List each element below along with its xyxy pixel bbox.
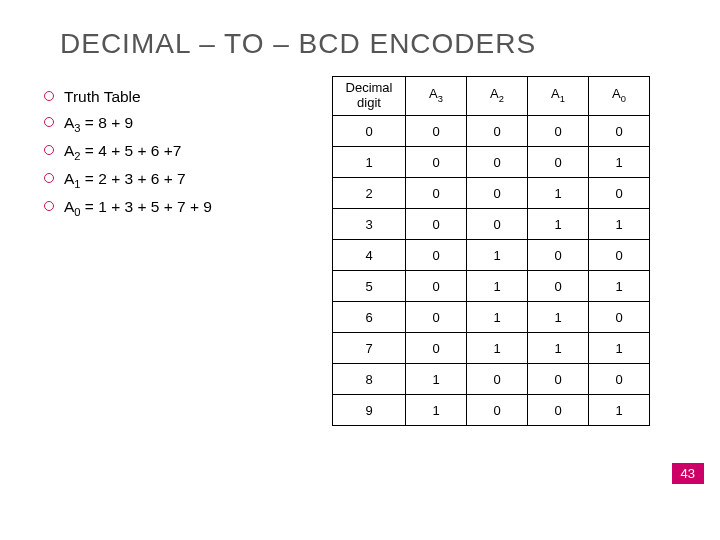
list-item: A1 = 2 + 3 + 6 + 7 <box>40 166 320 194</box>
header-subscript: 1 <box>560 94 565 104</box>
table-cell: 1 <box>333 147 406 178</box>
table-cell: 3 <box>333 209 406 240</box>
table-cell: 1 <box>406 395 467 426</box>
table-cell: 0 <box>467 147 528 178</box>
table-row: 10001 <box>333 147 650 178</box>
page-number-badge: 43 <box>672 463 704 484</box>
table-row: 70111 <box>333 333 650 364</box>
bullet-post: = 1 + 3 + 5 + 7 + 9 <box>81 198 212 215</box>
table-cell: 1 <box>528 209 589 240</box>
table-cell: 0 <box>528 395 589 426</box>
equation-list: Truth TableA3 = 8 + 9A2 = 4 + 5 + 6 +7A1… <box>40 84 320 223</box>
table-cell: 1 <box>467 271 528 302</box>
table-cell: 0 <box>467 116 528 147</box>
bullet-post: = 8 + 9 <box>81 114 134 131</box>
table-cell: 0 <box>406 240 467 271</box>
header-text: A <box>429 86 438 101</box>
list-item: Truth Table <box>40 84 320 110</box>
truth-table: DecimaldigitA3A2A1A0 0000010001200103001… <box>332 76 650 426</box>
table-cell: 9 <box>333 395 406 426</box>
table-row: 91001 <box>333 395 650 426</box>
bullet-pre: A <box>64 142 74 159</box>
table-cell: 0 <box>589 302 650 333</box>
table-cell: 1 <box>589 395 650 426</box>
table-cell: 1 <box>406 364 467 395</box>
table-cell: 4 <box>333 240 406 271</box>
table-cell: 0 <box>406 178 467 209</box>
table-cell: 0 <box>467 364 528 395</box>
table-cell: 0 <box>406 271 467 302</box>
table-cell: 1 <box>528 178 589 209</box>
table-row: 50101 <box>333 271 650 302</box>
table-cell: 0 <box>528 364 589 395</box>
page-title: DECIMAL – TO – BCD ENCODERS <box>60 28 720 60</box>
table-cell: 1 <box>589 209 650 240</box>
bullet-pre: A <box>64 114 74 131</box>
table-cell: 1 <box>589 271 650 302</box>
list-item: A2 = 4 + 5 + 6 +7 <box>40 138 320 166</box>
table-cell: 1 <box>467 240 528 271</box>
content-row: Truth TableA3 = 8 + 9A2 = 4 + 5 + 6 +7A1… <box>0 84 720 426</box>
table-cell: 1 <box>528 333 589 364</box>
table-row: 20010 <box>333 178 650 209</box>
table-cell: 2 <box>333 178 406 209</box>
header-text: A <box>551 86 560 101</box>
bullet-post: = 2 + 3 + 6 + 7 <box>81 170 186 187</box>
bullet-pre: Truth Table <box>64 88 141 105</box>
header-text: digit <box>357 95 381 110</box>
list-item: A3 = 8 + 9 <box>40 110 320 138</box>
table-row: 30011 <box>333 209 650 240</box>
table-header-cell: A2 <box>467 77 528 116</box>
table-cell: 1 <box>589 333 650 364</box>
table-cell: 0 <box>589 364 650 395</box>
header-text: A <box>612 86 621 101</box>
table-cell: 0 <box>406 302 467 333</box>
header-subscript: 3 <box>438 94 443 104</box>
bullet-pre: A <box>64 198 74 215</box>
table-cell: 0 <box>528 240 589 271</box>
table-row: 81000 <box>333 364 650 395</box>
header-text: A <box>490 86 499 101</box>
table-cell: 0 <box>589 240 650 271</box>
table-cell: 1 <box>528 302 589 333</box>
table-cell: 6 <box>333 302 406 333</box>
table-cell: 0 <box>406 209 467 240</box>
table-cell: 0 <box>333 116 406 147</box>
table-cell: 0 <box>406 333 467 364</box>
table-row: 00000 <box>333 116 650 147</box>
table-cell: 0 <box>528 147 589 178</box>
table-header-cell: A1 <box>528 77 589 116</box>
table-cell: 1 <box>467 302 528 333</box>
table-cell: 0 <box>406 147 467 178</box>
table-cell: 0 <box>467 395 528 426</box>
header-subscript: 0 <box>621 94 626 104</box>
table-cell: 0 <box>406 116 467 147</box>
header-text: Decimal <box>346 80 393 95</box>
table-cell: 0 <box>528 271 589 302</box>
table-cell: 8 <box>333 364 406 395</box>
table-header-cell: A0 <box>589 77 650 116</box>
table-header-row: DecimaldigitA3A2A1A0 <box>333 77 650 116</box>
table-cell: 5 <box>333 271 406 302</box>
list-item: A0 = 1 + 3 + 5 + 7 + 9 <box>40 194 320 222</box>
header-subscript: 2 <box>499 94 504 104</box>
bullet-post: = 4 + 5 + 6 +7 <box>81 142 182 159</box>
bullet-pre: A <box>64 170 74 187</box>
table-header-cell: A3 <box>406 77 467 116</box>
table-header-cell: Decimaldigit <box>333 77 406 116</box>
table-row: 60110 <box>333 302 650 333</box>
table-cell: 1 <box>589 147 650 178</box>
table-row: 40100 <box>333 240 650 271</box>
table-cell: 0 <box>589 178 650 209</box>
table-cell: 7 <box>333 333 406 364</box>
table-cell: 0 <box>528 116 589 147</box>
table-cell: 1 <box>467 333 528 364</box>
table-cell: 0 <box>467 178 528 209</box>
table-cell: 0 <box>467 209 528 240</box>
table-cell: 0 <box>589 116 650 147</box>
